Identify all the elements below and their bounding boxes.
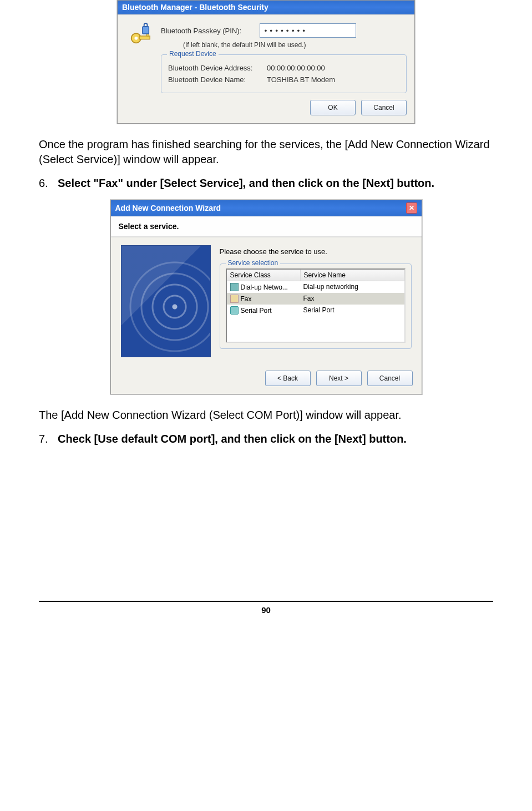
step-number: 6.: [39, 177, 58, 190]
dialog-titlebar: Add New Connection Wizard ✕: [111, 200, 422, 216]
service-name: Fax: [300, 294, 404, 303]
cancel-button[interactable]: Cancel: [361, 100, 407, 115]
device-name-label: Bluetooth Device Name:: [168, 75, 262, 84]
col-service-class: Service Class: [227, 270, 301, 281]
passkey-input[interactable]: ••••••••: [260, 23, 356, 38]
service-selection-group: Service selection Service Class Service …: [220, 263, 412, 349]
step-6: 6. Select "Fax" under [Select Service], …: [39, 177, 493, 190]
paragraph: The [Add New Connection Wizard (Select C…: [39, 408, 493, 423]
list-item[interactable]: FaxFax: [227, 293, 404, 305]
dialog-titlebar: Bluetooth Manager - Bluetooth Security: [118, 1, 414, 14]
page-number: 90: [39, 601, 493, 615]
step-text: Check [Use default COM port], and then c…: [58, 433, 493, 445]
wizard-subtitle: Select a service.: [119, 222, 414, 231]
serial-port-icon: [230, 306, 239, 315]
service-class: Fax: [241, 295, 252, 303]
paragraph: Once the program has finished searching …: [39, 137, 493, 167]
device-address-label: Bluetooth Device Address:: [168, 64, 262, 72]
device-name-value: TOSHIBA BT Modem: [267, 75, 335, 84]
dialog-title: Add New Connection Wizard: [115, 204, 221, 212]
request-device-group: Request Device Bluetooth Device Address:…: [161, 54, 407, 93]
bluetooth-security-dialog: Bluetooth Manager - Bluetooth Security: [117, 0, 415, 124]
close-icon[interactable]: ✕: [406, 202, 417, 214]
group-title: Service selection: [226, 259, 281, 267]
passkey-label: Bluetooth Passkey (PIN):: [161, 27, 255, 35]
passkey-hint: (If left blank, the default PIN will be …: [183, 41, 306, 49]
step-7: 7. Check [Use default COM port], and the…: [39, 433, 493, 445]
list-item[interactable]: Dial-up Netwo...Dial-up networking: [227, 281, 404, 293]
dialog-title: Bluetooth Manager - Bluetooth Security: [122, 3, 268, 12]
service-class: Dial-up Netwo...: [241, 283, 288, 291]
service-name: Serial Port: [300, 306, 404, 315]
step-number: 7.: [39, 433, 58, 445]
cancel-button[interactable]: Cancel: [367, 371, 413, 386]
back-button[interactable]: < Back: [265, 371, 311, 386]
wizard-prompt: Please choose the service to use.: [220, 247, 412, 256]
add-connection-wizard-dialog: Add New Connection Wizard ✕ Select a ser…: [110, 200, 422, 394]
list-item[interactable]: Serial PortSerial Port: [227, 305, 404, 316]
svg-point-1: [134, 37, 138, 40]
key-lock-icon: [125, 20, 155, 50]
wizard-header: Select a service.: [111, 216, 422, 237]
list-header: Service Class Service Name: [227, 270, 404, 281]
svg-rect-4: [143, 27, 149, 34]
modem-icon: [230, 283, 239, 291]
service-class: Serial Port: [241, 307, 272, 315]
ok-button[interactable]: OK: [310, 100, 356, 115]
step-text: Select "Fax" under [Select Service], and…: [58, 177, 493, 190]
col-service-name: Service Name: [301, 270, 404, 281]
service-list[interactable]: Service Class Service Name Dial-up Netwo…: [226, 268, 406, 343]
service-name: Dial-up networking: [300, 282, 404, 292]
fax-icon: [230, 295, 239, 303]
device-address-value: 00:00:00:00:00:00: [267, 64, 325, 72]
group-title: Request Device: [167, 50, 219, 58]
wizard-sidebar-image: [121, 245, 211, 357]
next-button[interactable]: Next >: [316, 371, 362, 386]
svg-rect-2: [139, 36, 150, 39]
